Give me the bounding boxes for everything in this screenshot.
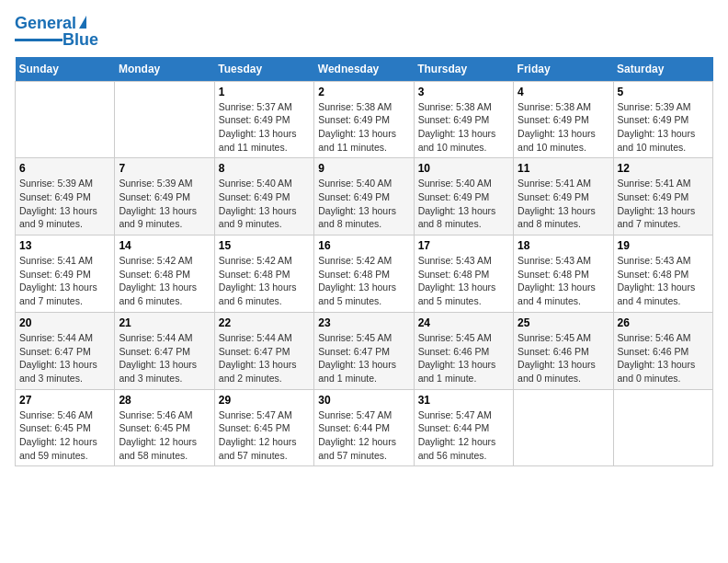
day-number: 20 [19, 316, 110, 329]
day-number: 3 [418, 86, 509, 98]
day-info: Sunrise: 5:41 AM Sunset: 6:49 PM Dayligh… [618, 177, 709, 231]
calendar-cell: 9Sunrise: 5:40 AM Sunset: 6:49 PM Daylig… [314, 158, 414, 236]
day-number: 23 [318, 316, 409, 329]
calendar-cell: 12Sunrise: 5:41 AM Sunset: 6:49 PM Dayli… [613, 158, 712, 236]
day-number: 21 [119, 316, 210, 329]
day-info: Sunrise: 5:39 AM Sunset: 6:49 PM Dayligh… [119, 177, 210, 231]
day-number: 22 [219, 316, 310, 329]
calendar-cell: 7Sunrise: 5:39 AM Sunset: 6:49 PM Daylig… [115, 158, 214, 236]
calendar-week-row: 13Sunrise: 5:41 AM Sunset: 6:49 PM Dayli… [16, 236, 713, 313]
logo: General Blue [15, 15, 98, 50]
calendar-cell: 8Sunrise: 5:40 AM Sunset: 6:49 PM Daylig… [214, 158, 313, 236]
calendar-cell: 15Sunrise: 5:42 AM Sunset: 6:48 PM Dayli… [214, 236, 313, 313]
day-number: 26 [618, 316, 709, 329]
day-info: Sunrise: 5:47 AM Sunset: 6:45 PM Dayligh… [219, 408, 310, 463]
day-info: Sunrise: 5:45 AM Sunset: 6:46 PM Dayligh… [418, 331, 509, 385]
calendar-week-row: 20Sunrise: 5:44 AM Sunset: 6:47 PM Dayli… [16, 312, 713, 389]
calendar-cell: 5Sunrise: 5:39 AM Sunset: 6:49 PM Daylig… [613, 81, 712, 158]
calendar-cell: 19Sunrise: 5:43 AM Sunset: 6:48 PM Dayli… [613, 236, 712, 313]
calendar-cell: 23Sunrise: 5:45 AM Sunset: 6:47 PM Dayli… [314, 312, 414, 389]
calendar-cell [514, 389, 613, 466]
day-info: Sunrise: 5:46 AM Sunset: 6:45 PM Dayligh… [19, 408, 110, 463]
calendar-cell: 24Sunrise: 5:45 AM Sunset: 6:46 PM Dayli… [414, 312, 513, 389]
calendar-cell: 18Sunrise: 5:43 AM Sunset: 6:48 PM Dayli… [514, 236, 613, 313]
calendar-cell: 27Sunrise: 5:46 AM Sunset: 6:45 PM Dayli… [16, 389, 115, 466]
calendar-week-row: 1Sunrise: 5:37 AM Sunset: 6:49 PM Daylig… [16, 81, 713, 158]
day-info: Sunrise: 5:46 AM Sunset: 6:45 PM Dayligh… [119, 408, 210, 463]
calendar-week-row: 27Sunrise: 5:46 AM Sunset: 6:45 PM Dayli… [16, 389, 713, 466]
calendar-cell: 16Sunrise: 5:42 AM Sunset: 6:48 PM Dayli… [314, 236, 414, 313]
day-of-week-header: Wednesday [314, 57, 414, 82]
calendar-cell: 11Sunrise: 5:41 AM Sunset: 6:49 PM Dayli… [514, 158, 613, 236]
day-number: 19 [618, 239, 709, 252]
calendar-cell: 4Sunrise: 5:38 AM Sunset: 6:49 PM Daylig… [514, 81, 613, 158]
day-number: 18 [518, 239, 609, 252]
day-info: Sunrise: 5:44 AM Sunset: 6:47 PM Dayligh… [119, 331, 210, 385]
calendar-cell: 13Sunrise: 5:41 AM Sunset: 6:49 PM Dayli… [16, 236, 115, 313]
day-number: 4 [518, 86, 609, 98]
day-number: 14 [119, 239, 210, 252]
day-number: 12 [618, 162, 709, 175]
day-info: Sunrise: 5:38 AM Sunset: 6:49 PM Dayligh… [518, 100, 609, 155]
calendar-cell: 28Sunrise: 5:46 AM Sunset: 6:45 PM Dayli… [115, 389, 214, 466]
logo-blue-text: Blue [63, 31, 98, 50]
day-info: Sunrise: 5:44 AM Sunset: 6:47 PM Dayligh… [19, 331, 110, 385]
calendar-cell [16, 81, 115, 158]
day-info: Sunrise: 5:45 AM Sunset: 6:46 PM Dayligh… [518, 331, 609, 385]
calendar-cell: 29Sunrise: 5:47 AM Sunset: 6:45 PM Dayli… [214, 389, 313, 466]
day-number: 24 [418, 316, 509, 329]
day-info: Sunrise: 5:38 AM Sunset: 6:49 PM Dayligh… [318, 100, 409, 155]
day-number: 8 [219, 162, 310, 175]
day-number: 9 [318, 162, 409, 175]
calendar-cell: 25Sunrise: 5:45 AM Sunset: 6:46 PM Dayli… [514, 312, 613, 389]
day-info: Sunrise: 5:40 AM Sunset: 6:49 PM Dayligh… [318, 177, 409, 231]
calendar-cell: 1Sunrise: 5:37 AM Sunset: 6:49 PM Daylig… [214, 81, 313, 158]
day-info: Sunrise: 5:42 AM Sunset: 6:48 PM Dayligh… [219, 254, 310, 308]
day-of-week-header: Sunday [16, 57, 115, 82]
day-number: 7 [119, 162, 210, 175]
day-number: 15 [219, 239, 310, 252]
day-number: 11 [518, 162, 609, 175]
day-number: 28 [119, 394, 210, 407]
day-info: Sunrise: 5:43 AM Sunset: 6:48 PM Dayligh… [418, 254, 509, 308]
calendar-cell: 10Sunrise: 5:40 AM Sunset: 6:49 PM Dayli… [414, 158, 513, 236]
day-info: Sunrise: 5:42 AM Sunset: 6:48 PM Dayligh… [318, 254, 409, 308]
day-number: 13 [19, 239, 110, 252]
calendar-table: SundayMondayTuesdayWednesdayThursdayFrid… [15, 57, 713, 467]
day-of-week-header: Friday [514, 57, 613, 82]
calendar-cell [115, 81, 214, 158]
day-number: 1 [219, 86, 310, 98]
calendar-cell: 21Sunrise: 5:44 AM Sunset: 6:47 PM Dayli… [115, 312, 214, 389]
day-number: 30 [318, 394, 409, 407]
day-info: Sunrise: 5:47 AM Sunset: 6:44 PM Dayligh… [418, 408, 509, 463]
day-info: Sunrise: 5:47 AM Sunset: 6:44 PM Dayligh… [318, 408, 409, 463]
day-info: Sunrise: 5:43 AM Sunset: 6:48 PM Dayligh… [618, 254, 709, 308]
day-info: Sunrise: 5:41 AM Sunset: 6:49 PM Dayligh… [19, 254, 110, 308]
day-of-week-header: Tuesday [214, 57, 313, 82]
day-info: Sunrise: 5:40 AM Sunset: 6:49 PM Dayligh… [219, 177, 310, 231]
day-number: 29 [219, 394, 310, 407]
day-info: Sunrise: 5:40 AM Sunset: 6:49 PM Dayligh… [418, 177, 509, 231]
day-number: 31 [418, 394, 509, 407]
calendar-cell: 30Sunrise: 5:47 AM Sunset: 6:44 PM Dayli… [314, 389, 414, 466]
day-info: Sunrise: 5:41 AM Sunset: 6:49 PM Dayligh… [518, 177, 609, 231]
page-header: General Blue [15, 15, 713, 50]
day-number: 10 [418, 162, 509, 175]
calendar-cell: 6Sunrise: 5:39 AM Sunset: 6:49 PM Daylig… [16, 158, 115, 236]
calendar-cell: 2Sunrise: 5:38 AM Sunset: 6:49 PM Daylig… [314, 81, 414, 158]
day-info: Sunrise: 5:42 AM Sunset: 6:48 PM Dayligh… [119, 254, 210, 308]
day-number: 25 [518, 316, 609, 329]
calendar-cell: 17Sunrise: 5:43 AM Sunset: 6:48 PM Dayli… [414, 236, 513, 313]
calendar-cell [613, 389, 712, 466]
day-info: Sunrise: 5:37 AM Sunset: 6:49 PM Dayligh… [219, 100, 310, 155]
day-number: 5 [618, 86, 709, 98]
calendar-cell: 3Sunrise: 5:38 AM Sunset: 6:49 PM Daylig… [414, 81, 513, 158]
day-number: 6 [19, 162, 110, 175]
day-of-week-header: Saturday [613, 57, 712, 82]
day-number: 2 [318, 86, 409, 98]
day-info: Sunrise: 5:46 AM Sunset: 6:46 PM Dayligh… [618, 331, 709, 385]
calendar-cell: 22Sunrise: 5:44 AM Sunset: 6:47 PM Dayli… [214, 312, 313, 389]
day-of-week-header: Monday [115, 57, 214, 82]
calendar-cell: 20Sunrise: 5:44 AM Sunset: 6:47 PM Dayli… [16, 312, 115, 389]
day-number: 17 [418, 239, 509, 252]
